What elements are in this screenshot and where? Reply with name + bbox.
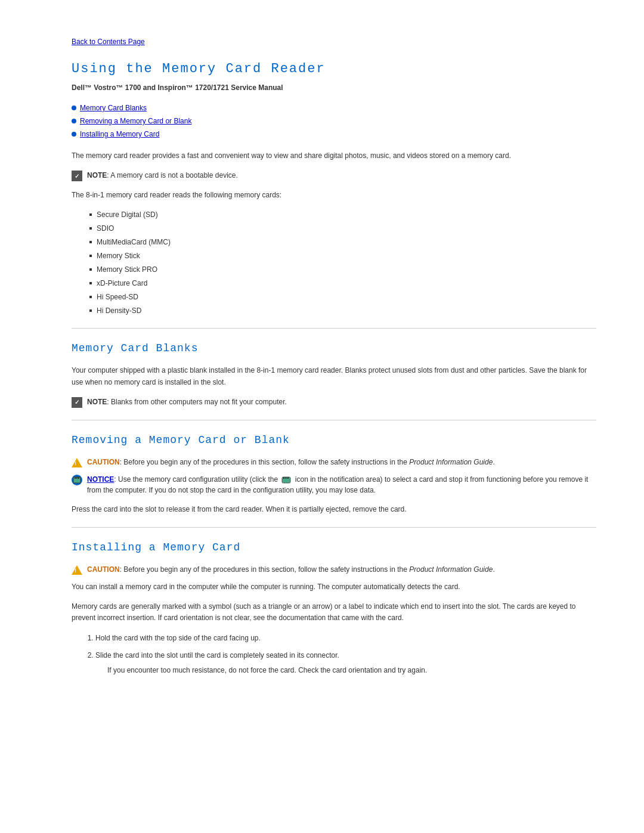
list-bullet xyxy=(89,241,92,243)
toc-item-2: Removing a Memory Card or Blank xyxy=(72,116,596,126)
note-text-bootable: NOTE: A memory card is not a bootable de… xyxy=(87,170,238,181)
note-label-blanks: NOTE xyxy=(87,398,107,406)
intro-text: The memory card reader provides a fast a… xyxy=(72,150,596,162)
list-item-xd: xD-Picture Card xyxy=(89,278,596,289)
note-icon: ✓ xyxy=(72,171,82,181)
list-bullet xyxy=(89,296,92,298)
notice-label: NOTICE xyxy=(87,475,114,484)
removing-body-text: Press the card into the slot to release … xyxy=(72,504,596,515)
caution-label-installing: CAUTION xyxy=(87,565,120,574)
page-title: Using the Memory Card Reader xyxy=(72,59,596,79)
back-to-contents-link[interactable]: Back to Contents Page xyxy=(72,36,145,47)
installing-body-text-1: You can install a memory card in the com… xyxy=(72,581,596,593)
svg-rect-1 xyxy=(75,477,76,479)
notice-box-removing: NOTICE: Use the memory card configuratio… xyxy=(72,474,596,496)
note-icon-blanks: ✓ xyxy=(72,397,82,408)
card-reader-intro-text: The 8-in-1 memory card reader reads the … xyxy=(72,190,596,201)
notice-circle-removing xyxy=(72,475,82,485)
list-bullet xyxy=(89,255,92,257)
section-heading-blanks: Memory Card Blanks xyxy=(72,340,596,357)
section-installing-memory-card: Installing a Memory Card CAUTION: Before… xyxy=(72,540,596,676)
list-item-memory-stick-pro: Memory Stick PRO xyxy=(89,264,596,275)
toc-item-3: Installing a Memory Card xyxy=(72,129,596,140)
divider-3 xyxy=(72,527,596,528)
list-bullet xyxy=(89,309,92,312)
caution-triangle-installing xyxy=(72,565,82,575)
list-item-hi-speed-sd: Hi Speed-SD xyxy=(89,292,596,302)
svg-rect-2 xyxy=(76,477,78,479)
note-box-bootable: ✓ NOTE: A memory card is not a bootable … xyxy=(72,170,596,181)
section-removing-memory-card: Removing a Memory Card or Blank CAUTION:… xyxy=(72,432,596,515)
installing-body-text-2: Memory cards are generally marked with a… xyxy=(72,601,596,624)
note-box-blanks: ✓ NOTE: Blanks from other computers may … xyxy=(72,397,596,408)
list-item-mmc: MultiMediaCard (MMC) xyxy=(89,237,596,247)
step-2: Slide the card into the slot until the c… xyxy=(95,650,596,676)
caution-link-removing: Product Information Guide xyxy=(409,458,493,466)
list-item-sd: Secure Digital (SD) xyxy=(89,209,596,220)
section-memory-card-blanks: Memory Card Blanks Your computer shipped… xyxy=(72,340,596,407)
svg-rect-6 xyxy=(286,477,287,479)
step-1: Hold the card with the top side of the c… xyxy=(95,633,596,644)
caution-text-installing: CAUTION: Before you begin any of the pro… xyxy=(87,564,495,575)
list-item-memory-stick: Memory Stick xyxy=(89,250,596,261)
list-bullet xyxy=(89,213,92,216)
svg-rect-7 xyxy=(287,477,289,479)
caution-icon-removing xyxy=(72,457,82,468)
memory-card-icon xyxy=(73,476,81,484)
memory-config-icon xyxy=(281,476,291,484)
list-bullet xyxy=(89,268,92,271)
caution-link-installing: Product Information Guide xyxy=(409,565,493,574)
divider-2 xyxy=(72,420,596,420)
toc-link-installing-memory-card[interactable]: Installing a Memory Card xyxy=(80,129,159,140)
caution-icon-installing xyxy=(72,565,82,575)
list-item-hi-density-sd: Hi Density-SD xyxy=(89,305,596,316)
toc-item-1: Memory Card Blanks xyxy=(72,103,596,113)
list-item-sdio: SDIO xyxy=(89,223,596,234)
divider-1 xyxy=(72,328,596,329)
installing-steps-list: Hold the card with the top side of the c… xyxy=(72,633,596,677)
caution-label: CAUTION xyxy=(87,458,120,466)
toc-link-removing-memory-card[interactable]: Removing a Memory Card or Blank xyxy=(80,116,191,126)
page-subtitle: Dell™ Vostro™ 1700 and Inspiron™ 1720/17… xyxy=(72,82,596,93)
table-of-contents: Memory Card Blanks Removing a Memory Car… xyxy=(72,103,596,140)
blanks-body-text: Your computer shipped with a plastic bla… xyxy=(72,365,596,388)
note-label: NOTE xyxy=(87,171,107,179)
svg-rect-5 xyxy=(283,477,284,479)
toc-bullet-1 xyxy=(72,106,76,110)
step-2-subtext: If you encounter too much resistance, do… xyxy=(107,665,596,676)
toc-bullet-3 xyxy=(72,132,76,137)
note-text-blanks: NOTE: Blanks from other computers may no… xyxy=(87,397,287,407)
list-bullet xyxy=(89,227,92,230)
caution-box-installing: CAUTION: Before you begin any of the pro… xyxy=(72,564,596,575)
section-heading-installing: Installing a Memory Card xyxy=(72,540,596,556)
section-heading-removing: Removing a Memory Card or Blank xyxy=(72,432,596,448)
svg-rect-3 xyxy=(78,477,79,479)
notice-text-removing: NOTICE: Use the memory card configuratio… xyxy=(87,474,596,496)
caution-text-removing: CAUTION: Before you begin any of the pro… xyxy=(87,457,495,467)
card-types-list: Secure Digital (SD) SDIO MultiMediaCard … xyxy=(72,209,596,316)
list-bullet xyxy=(89,282,92,284)
toc-bullet-2 xyxy=(72,119,76,123)
toc-link-memory-card-blanks[interactable]: Memory Card Blanks xyxy=(80,103,147,113)
caution-box-removing: CAUTION: Before you begin any of the pro… xyxy=(72,457,596,468)
caution-triangle xyxy=(72,458,82,467)
